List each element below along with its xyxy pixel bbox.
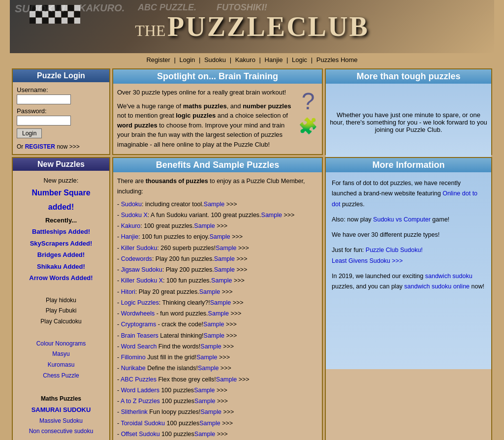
benefit-name-link[interactable]: Word Ladders xyxy=(121,387,159,394)
masyu-link[interactable]: Masyu xyxy=(17,349,105,360)
benefit-name-link[interactable]: Word Search xyxy=(121,343,157,350)
benefit-name-link[interactable]: Sudoku X xyxy=(121,212,148,219)
samurai-sudoku-link[interactable]: SAMURAI SUDOKU xyxy=(17,404,105,415)
benefit-name-link[interactable]: Toroidal Sudoku xyxy=(121,420,165,427)
non-consec-link[interactable]: Non consecutive sudoku xyxy=(17,426,105,437)
benefit-name-link[interactable]: Slitherlink xyxy=(121,409,148,415)
new-puzzles-body: New puzzle: Number Squareadded! Recently… xyxy=(17,175,105,437)
row-1: Puzzle Login Username: Password: Login O… xyxy=(12,68,492,155)
colour-nonograms[interactable]: Colour Nonograms xyxy=(17,339,105,349)
sample-link[interactable]: Sample xyxy=(194,222,215,229)
number-square-link[interactable]: Number Squareadded! xyxy=(32,189,90,211)
login-panel: Puzzle Login Username: Password: Login O… xyxy=(12,68,110,155)
benefit-item: - Kakuro: 100 great puzzles.Sample >>> xyxy=(117,221,318,231)
sample-link[interactable]: Sample xyxy=(201,409,221,415)
tough-title: More than tough puzzles xyxy=(326,69,491,84)
benefit-name-link[interactable]: Kakuro xyxy=(121,222,141,229)
new-puzzles-panel: New Puzzles New puzzle: Number Squareadd… xyxy=(12,157,110,440)
sample-link[interactable]: Sample xyxy=(194,431,215,438)
nav-register[interactable]: Register xyxy=(146,56,170,63)
nav-sudoku[interactable]: Sudoku xyxy=(204,56,226,63)
benefit-item: - Logic Puzzles: Thinking clearly?!Sampl… xyxy=(117,298,318,308)
benefit-name-link[interactable]: Hanjie xyxy=(121,233,138,240)
bridges-added[interactable]: Bridges Added! xyxy=(17,249,105,260)
massive-sudoku-link[interactable]: Massive Sudoku xyxy=(17,416,105,427)
sandwich-sudoku-link1[interactable]: sandwich sudoku xyxy=(425,273,472,280)
play-hidoku[interactable]: Play hidoku xyxy=(17,295,105,306)
least-givens-link[interactable]: Least Givens Sudoku >>> xyxy=(332,257,403,264)
sample-link[interactable]: Sample xyxy=(204,332,224,339)
login-panel-title: Puzzle Login xyxy=(13,69,109,82)
benefit-name-link[interactable]: Wordwheels xyxy=(121,310,155,317)
spotlight-text: Over 30 puzzle types online for a really… xyxy=(117,88,294,149)
sample-link[interactable]: Sample xyxy=(199,288,220,295)
sample-link[interactable]: Sample xyxy=(203,321,224,328)
nav-puzzles-home[interactable]: Puzzles Home xyxy=(316,56,358,63)
benefit-name-link[interactable]: Hitori xyxy=(121,288,135,295)
sample-link[interactable]: Sample xyxy=(196,354,217,361)
benefit-name-link[interactable]: ABC Puzzles xyxy=(121,376,157,383)
nav-logic[interactable]: Logic xyxy=(292,56,307,63)
sample-link[interactable]: Sample xyxy=(210,299,231,306)
new-puzzles-title: New Puzzles xyxy=(13,158,109,171)
login-button[interactable]: Login xyxy=(17,128,42,138)
spotlight-image: ? 🧩 xyxy=(298,88,318,149)
info-para5: In 2019, we launched our exciting sandwi… xyxy=(332,271,485,292)
benefit-item: - Word Search Find the words!Sample >>> xyxy=(117,342,318,352)
sample-link[interactable]: Sample xyxy=(198,365,219,372)
kuromasu-link[interactable]: Kuromasu xyxy=(17,360,105,371)
benefit-name-link[interactable]: Offset Sudoku xyxy=(121,431,160,438)
benefit-name-link[interactable]: Killer Sudoku X xyxy=(121,277,163,284)
nav-kakuro[interactable]: Kakuro xyxy=(235,56,255,63)
benefit-name-link[interactable]: Cryptograms xyxy=(121,321,157,328)
sample-link[interactable]: Sample xyxy=(214,255,235,262)
nav-bar: Register | Login | Sudoku | Kakuro | Han… xyxy=(0,53,504,66)
register-link[interactable]: REGISTER xyxy=(25,143,55,150)
benefit-item: - Killer Sudoku: 260 superb puzzles!Samp… xyxy=(117,243,318,253)
sample-link[interactable]: Sample xyxy=(216,376,237,383)
sudoku-vs-computer-link[interactable]: Sudoku vs Computer xyxy=(373,216,431,223)
sample-link[interactable]: Sample xyxy=(199,420,220,427)
benefit-name-link[interactable]: Logic Puzzles xyxy=(121,299,159,306)
sandwich-sudoku-link2[interactable]: sandwich sudoku online xyxy=(404,283,470,290)
info-panel: More Information For fans of dot to dot … xyxy=(325,157,492,440)
sample-link[interactable]: Sample xyxy=(200,343,221,350)
main-container: Puzzle Login Username: Password: Login O… xyxy=(10,66,494,440)
sample-link[interactable]: Sample xyxy=(261,212,282,219)
benefit-name-link[interactable]: Killer Sudoku xyxy=(121,245,158,251)
chess-puzzle-link[interactable]: Chess Puzzle xyxy=(17,371,105,381)
benefit-name-link[interactable]: Brain Teasers xyxy=(121,332,158,339)
benefit-name-link[interactable]: Nurikabe xyxy=(121,365,146,372)
sample-link[interactable]: Sample xyxy=(209,233,230,240)
sample-link[interactable]: Sample xyxy=(214,266,235,273)
benefit-item: - Killer Sudoku X: 100 fun puzzles.Sampl… xyxy=(117,276,318,286)
arrow-words-added[interactable]: Arrow Words Added! xyxy=(17,272,105,283)
play-fubuki[interactable]: Play Fubuki xyxy=(17,306,105,316)
benefit-name-link[interactable]: Sudoku xyxy=(121,201,142,208)
spotlight-title: Spotlight on... Brain Training xyxy=(113,69,322,84)
spotlight-body: We've a huge range of maths puzzles, and… xyxy=(117,101,294,150)
benefit-item: - Codewords: Play 200 fun puzzles.Sample… xyxy=(117,254,318,264)
password-input[interactable] xyxy=(17,116,71,126)
puzzle-club-sudoku-link[interactable]: Puzzle Club Sudoku! xyxy=(366,247,423,253)
sample-link[interactable]: Sample xyxy=(211,277,232,284)
benefit-item: - Jigsaw Sudoku: Play 200 puzzles.Sample… xyxy=(117,265,318,275)
sample-link[interactable]: Sample xyxy=(204,201,224,208)
sample-link[interactable]: Sample xyxy=(216,245,236,251)
benefit-item: - Brain Teasers Lateral thinking!Sample … xyxy=(117,331,318,341)
skyscrapers-added[interactable]: SkyScrapers Added! xyxy=(17,238,105,249)
benefit-name-link[interactable]: Codewords xyxy=(121,255,152,262)
benefit-name-link[interactable]: Fillomino xyxy=(121,354,146,361)
sample-link[interactable]: Sample xyxy=(194,387,215,394)
benefit-name-link[interactable]: Jigsaw Sudoku xyxy=(121,266,162,273)
battleships-added[interactable]: Battleships Added! xyxy=(17,226,105,237)
sample-link[interactable]: Sample xyxy=(194,398,215,405)
benefit-item: - ABC Puzzles Flex those grey cells!Samp… xyxy=(117,375,318,385)
play-calcudoku[interactable]: Play Calcudoku xyxy=(17,316,105,327)
nav-login[interactable]: Login xyxy=(180,56,195,63)
username-input[interactable] xyxy=(17,94,71,104)
sample-link[interactable]: Sample xyxy=(208,310,229,317)
shikaku-added[interactable]: Shikaku Added! xyxy=(17,261,105,272)
benefit-name-link[interactable]: A to Z Puzzles xyxy=(121,398,160,405)
nav-hanjie[interactable]: Hanjie xyxy=(265,56,283,63)
